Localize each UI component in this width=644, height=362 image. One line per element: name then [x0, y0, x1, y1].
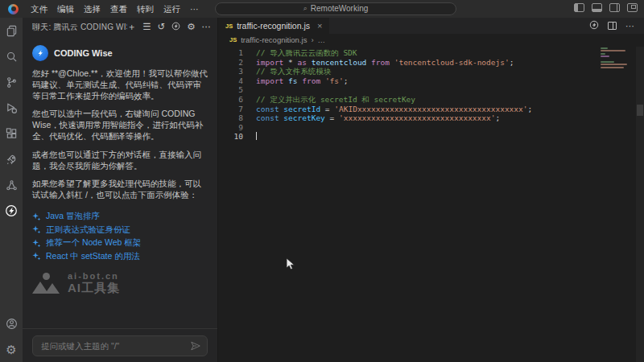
- breadcrumb[interactable]: JS traffic-recognition.js › …: [218, 34, 644, 46]
- search-icon[interactable]: [0, 43, 23, 69]
- coding-logo-icon[interactable]: [171, 22, 180, 33]
- chat-panel-title: 聊天: 腾讯云 CODING WISE: [32, 22, 127, 33]
- app-logo-icon: [8, 4, 19, 14]
- chat-paragraph: 您好 **@Chloe.**，欢迎使用！我可以帮你做代码建议、单元测试生成、代码…: [32, 68, 208, 101]
- run-debug-icon[interactable]: [0, 95, 23, 121]
- breadcrumb-file[interactable]: traffic-recognition.js: [241, 35, 307, 44]
- settings-gear-icon[interactable]: ⚙: [0, 336, 23, 362]
- assistant-avatar: [32, 45, 48, 61]
- code-line: [256, 123, 532, 133]
- menu-item[interactable]: 运行: [159, 0, 185, 18]
- watermark-line2: AI工具集: [68, 281, 120, 296]
- workspace-name: RemoteWorking: [311, 4, 369, 13]
- code-line: const secretKey = 'xxxxxxxxxxxxxxxxxxxxx…: [256, 113, 532, 123]
- chat-messages: CODING Wise 您好 **@Chloe.**，欢迎使用！我可以帮你做代码…: [23, 37, 217, 296]
- sparkle-icon: [32, 212, 41, 221]
- line-number: 3: [218, 67, 250, 76]
- editor-more-icon[interactable]: ⋯: [625, 22, 634, 31]
- minimap-line: [601, 61, 614, 63]
- rocket-icon[interactable]: [0, 146, 23, 172]
- tab-traffic-recognition[interactable]: JS traffic-recognition.js ×: [218, 18, 329, 34]
- minimap-line: [601, 56, 609, 57]
- sessions-list-icon[interactable]: ☰: [142, 23, 151, 32]
- line-number: 1: [218, 48, 250, 58]
- sparkle-icon: [32, 252, 41, 261]
- customize-layout-icon[interactable]: [627, 3, 638, 12]
- example-prompt-label: 正则表达式验证身份证: [46, 224, 130, 236]
- chat-input[interactable]: [32, 335, 208, 356]
- breadcrumb-separator: ›: [311, 35, 313, 44]
- menu-item[interactable]: ···: [185, 0, 204, 18]
- example-prompt-link[interactable]: 推荐一个 Node Web 框架: [32, 237, 208, 250]
- watermark-logo-icon: [32, 273, 61, 294]
- coding-wise-action-icon[interactable]: [589, 20, 599, 31]
- code-line: // 导入文件系统模块: [256, 67, 532, 76]
- line-number: 7: [218, 105, 250, 114]
- scrollbar-thumb[interactable]: [637, 105, 643, 116]
- minimap[interactable]: [601, 47, 630, 75]
- breadcrumb-more[interactable]: …: [318, 35, 326, 44]
- menu-item[interactable]: 转到: [132, 0, 159, 18]
- code-line: // 导入腾讯云云函数的 SDK: [256, 48, 532, 58]
- vscode-window: 文件编辑选择查看转到运行··· ← → ⌕ RemoteWorking: [0, 0, 644, 362]
- tab-label: traffic-recognition.js: [237, 21, 310, 31]
- chat-paragraph: 您也可以选中一段代码，右键询问 CODING Wise，快速调用常用智能指令，进…: [32, 109, 208, 142]
- activity-bar: ⚙: [0, 18, 23, 362]
- example-prompt-link[interactable]: Java 冒泡排序: [32, 210, 208, 224]
- split-editor-icon[interactable]: [608, 22, 617, 30]
- line-numbers: 12345678910: [218, 48, 250, 142]
- titlebar: 文件编辑选择查看转到运行··· ← → ⌕ RemoteWorking: [0, 0, 644, 18]
- command-center-search[interactable]: ⌕ RemoteWorking: [215, 2, 456, 15]
- account-icon[interactable]: [0, 311, 23, 336]
- send-icon[interactable]: [190, 340, 201, 352]
- code-line: import fs from 'fs';: [256, 76, 532, 86]
- chat-paragraph: 如果您希望了解更多我处理代码的技能，可以试试输入斜杠 /，也可以点击下面示例体验…: [32, 179, 208, 201]
- source-control-icon[interactable]: [0, 69, 23, 95]
- toggle-sidebar-icon[interactable]: [574, 3, 584, 12]
- toggle-panel-icon[interactable]: [592, 3, 602, 12]
- toggle-secondary-sidebar-icon[interactable]: [609, 3, 620, 12]
- menu-item[interactable]: 文件: [26, 0, 52, 18]
- editor-actions: ⋯: [589, 18, 644, 34]
- line-number: 2: [218, 58, 250, 68]
- example-prompt-link[interactable]: React 中 setState 的用法: [32, 249, 208, 263]
- chat-paragraph: 或者您也可以通过下方的对话框，直接输入问题，我会尽我所能为你解答。: [32, 150, 208, 172]
- menu-item[interactable]: 编辑: [52, 0, 79, 18]
- minimap-line: [601, 67, 624, 68]
- js-file-icon: JS: [225, 23, 233, 30]
- chat-settings-icon[interactable]: ⚙: [187, 23, 195, 32]
- menu-item[interactable]: 查看: [105, 0, 132, 18]
- code-line: [256, 132, 532, 142]
- tab-bar: JS traffic-recognition.js × ⋯: [218, 18, 644, 34]
- tab-close-icon[interactable]: ×: [317, 21, 322, 31]
- new-chat-icon[interactable]: ＋: [127, 23, 137, 32]
- chat-more-icon[interactable]: ⋯: [202, 23, 212, 32]
- minimap-line: [601, 64, 627, 65]
- explorer-icon[interactable]: [0, 18, 23, 43]
- line-number: 8: [218, 113, 250, 123]
- history-icon[interactable]: ↺: [158, 23, 166, 32]
- breadcrumb-js-icon: JS: [229, 36, 237, 43]
- code-line: [256, 85, 532, 95]
- example-prompt-label: 推荐一个 Node Web 框架: [46, 237, 141, 249]
- chat-paragraphs: 您好 **@Chloe.**，欢迎使用！我可以帮你做代码建议、单元测试生成、代码…: [32, 68, 208, 201]
- sparkle-icon: [32, 225, 41, 234]
- chat-panel-actions: ＋ ☰ ↺ ⚙ ⋯: [127, 22, 211, 33]
- editor-scrollbar[interactable]: [636, 47, 644, 362]
- assistant-message-header: CODING Wise: [32, 45, 208, 61]
- extensions-icon[interactable]: [0, 121, 23, 146]
- code-line: import * as tencentcloud from 'tencentcl…: [256, 58, 532, 68]
- code-editor[interactable]: 12345678910 // 导入腾讯云云函数的 SDKimport * as …: [218, 46, 644, 142]
- watermark: ai-bot.cn AI工具集: [32, 271, 208, 296]
- text-caret: [256, 132, 257, 140]
- example-prompt-link[interactable]: 正则表达式验证身份证: [32, 223, 208, 237]
- menu-item[interactable]: 选择: [79, 0, 105, 18]
- assistant-name: CODING Wise: [54, 48, 113, 58]
- sparkle-icon: [32, 239, 41, 248]
- coding-wise-icon[interactable]: [0, 198, 23, 224]
- organization-icon[interactable]: [0, 172, 23, 198]
- code-line: const secretId = 'AKIDxxxxxxxxxxxxxxxxxx…: [256, 105, 532, 114]
- chat-input-bar: [23, 328, 217, 362]
- line-number: 6: [218, 95, 250, 105]
- line-number: 10: [218, 132, 250, 142]
